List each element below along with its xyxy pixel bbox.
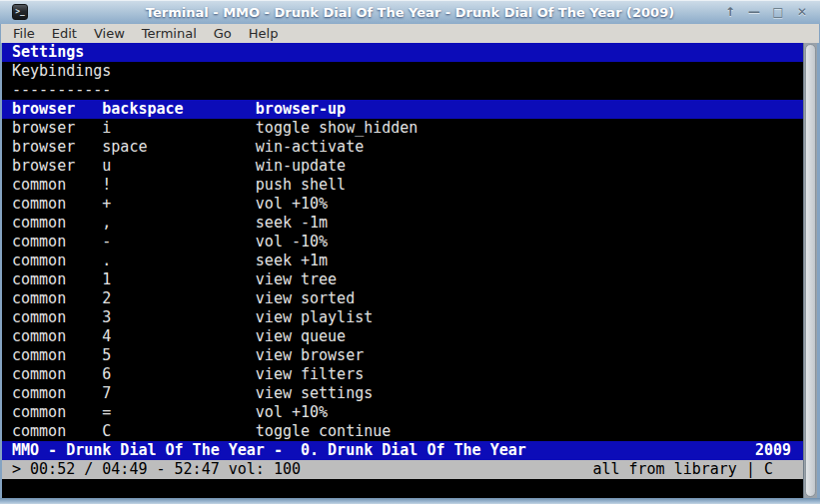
keybinding-row[interactable]: common 7 view settings xyxy=(2,384,803,403)
selected-keybinding-row[interactable]: browser backspace browser-up xyxy=(2,100,803,119)
player-time-volume: > 00:52 / 04:49 - 52:47 vol: 100 xyxy=(12,460,301,479)
track-status-line: MMO - Drunk Dial Of The Year - 0. Drunk … xyxy=(2,441,803,460)
keybinding-row[interactable]: browser space win-activate xyxy=(2,138,803,157)
maximize-button[interactable]: □ xyxy=(770,3,786,21)
menu-bar: FileEditViewTerminalGoHelp xyxy=(1,24,819,43)
track-year: 2009 xyxy=(755,441,791,460)
window-title: Terminal - MMO - Drunk Dial Of The Year … xyxy=(0,5,820,20)
track-title: MMO - Drunk Dial Of The Year - 0. Drunk … xyxy=(12,441,526,460)
section-heading: Keybindings xyxy=(2,62,803,81)
menu-item-terminal[interactable]: Terminal xyxy=(142,26,197,41)
window-bottom-border xyxy=(0,498,820,504)
keybinding-row[interactable]: common C toggle continue xyxy=(2,422,803,441)
menu-item-view[interactable]: View xyxy=(94,26,125,41)
menu-item-file[interactable]: File xyxy=(13,26,35,41)
command-line[interactable] xyxy=(2,479,803,498)
titlebar[interactable]: >_ Terminal - MMO - Drunk Dial Of The Ye… xyxy=(0,0,820,24)
play-mode-flags: all from library | C xyxy=(592,460,773,479)
keybinding-row[interactable]: common , seek -1m xyxy=(2,214,803,233)
keybinding-row[interactable]: common + vol +10% xyxy=(2,195,803,214)
keybindings-list: browser i toggle show_hiddenbrowser spac… xyxy=(2,119,803,441)
menu-item-edit[interactable]: Edit xyxy=(52,26,77,41)
menu-item-go[interactable]: Go xyxy=(214,26,232,41)
section-separator: ----------- xyxy=(2,81,803,100)
keybinding-row[interactable]: common 3 view playlist xyxy=(2,308,803,327)
view-title: Settings xyxy=(2,43,803,62)
keybinding-row[interactable]: common - vol -10% xyxy=(2,233,803,252)
close-button[interactable]: ✕ xyxy=(794,3,810,21)
keybinding-row[interactable]: common 5 view browser xyxy=(2,346,803,365)
keybinding-row[interactable]: common 2 view sorted xyxy=(2,289,803,308)
terminal-screen: Settings Keybindings ----------- browser… xyxy=(2,43,803,498)
terminal-window: >_ Terminal - MMO - Drunk Dial Of The Ye… xyxy=(0,0,820,504)
keybinding-row[interactable]: browser i toggle show_hidden xyxy=(2,119,803,138)
terminal-app-icon[interactable]: >_ xyxy=(12,4,28,20)
menu-item-help[interactable]: Help xyxy=(249,26,279,41)
keybinding-row[interactable]: common ! push shell xyxy=(2,176,803,195)
scrollbar[interactable] xyxy=(803,43,817,498)
keybinding-row[interactable]: common 1 view tree xyxy=(2,270,803,289)
minimize-button[interactable]: — xyxy=(746,3,762,21)
player-status-line: > 00:52 / 04:49 - 52:47 vol: 100 all fro… xyxy=(2,460,803,479)
keybinding-row[interactable]: common 4 view queue xyxy=(2,327,803,346)
keybinding-row[interactable]: common 6 view filters xyxy=(2,365,803,384)
scrollbar-thumb[interactable] xyxy=(805,44,816,497)
shade-button[interactable]: ↑ xyxy=(722,3,738,21)
keybinding-row[interactable]: common . seek +1m xyxy=(2,252,803,270)
window-controls: ↑—□✕ xyxy=(722,0,810,24)
keybinding-row[interactable]: common = vol +10% xyxy=(2,403,803,422)
keybinding-row[interactable]: browser u win-update xyxy=(2,157,803,176)
